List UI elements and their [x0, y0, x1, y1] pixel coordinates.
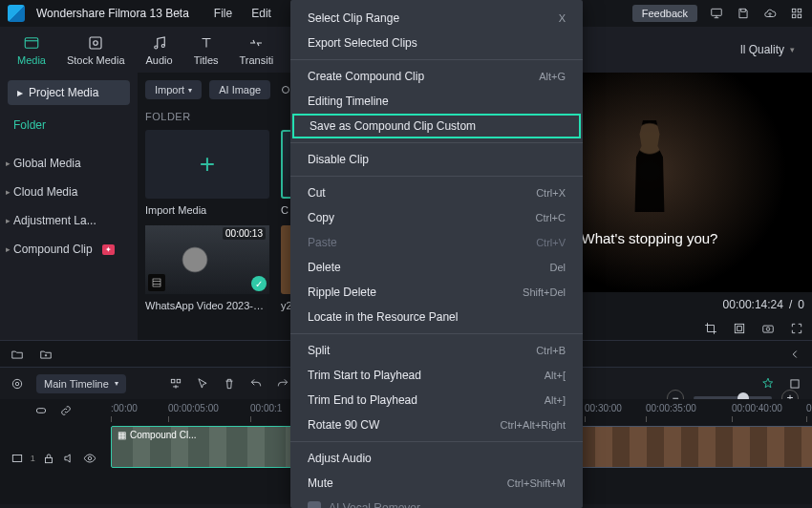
sidebar-item-compound[interactable]: ▸Compound Clip✦	[0, 235, 138, 264]
timeline-clip-compound[interactable]: ▦ Compound Cl...	[111, 426, 302, 468]
sidebar-item-adjustment[interactable]: ▸Adjustment La...	[0, 206, 138, 235]
svg-rect-3	[792, 14, 796, 18]
cursor-icon[interactable]	[195, 376, 210, 392]
fullscreen-icon[interactable]	[789, 321, 804, 336]
sidebar-item-global[interactable]: ▸Global Media	[0, 149, 138, 178]
target-icon[interactable]	[10, 376, 25, 392]
lock-icon[interactable]	[41, 451, 56, 466]
mute-track-icon[interactable]	[62, 451, 77, 466]
svg-rect-15	[763, 326, 774, 332]
monitor-icon[interactable]	[709, 6, 724, 21]
titles-icon	[197, 33, 216, 53]
svg-rect-14	[737, 327, 742, 331]
ctx-cut[interactable]: CutCtrl+X	[290, 180, 583, 205]
ctx-delete[interactable]: DeleteDel	[290, 255, 583, 280]
crop-icon[interactable]	[703, 321, 718, 336]
svg-rect-5	[25, 38, 38, 49]
add-track-icon[interactable]	[168, 376, 183, 392]
ctx-split[interactable]: SplitCtrl+B	[290, 338, 583, 363]
ctx-editing-timeline[interactable]: Editing Timeline	[290, 89, 583, 114]
context-menu: Select Clip RangeXExport Selected ClipsC…	[290, 0, 583, 508]
svg-rect-13	[735, 324, 743, 332]
eye-icon[interactable]	[82, 451, 97, 466]
menu-file[interactable]: File	[214, 7, 232, 20]
tab-titles[interactable]: Titles	[194, 33, 219, 66]
chain-icon[interactable]	[58, 403, 74, 418]
svg-rect-6	[90, 37, 101, 49]
svg-rect-0	[712, 9, 722, 15]
check-icon: ✓	[251, 276, 267, 291]
svg-rect-2	[798, 9, 801, 12]
svg-rect-24	[45, 457, 52, 462]
ctx-trim-end-to-playhead[interactable]: Trim End to PlayheadAlt+]	[290, 388, 583, 413]
ctx-ripple-delete[interactable]: Ripple DeleteShift+Del	[290, 280, 583, 305]
tab-transitions[interactable]: Transiti	[240, 33, 274, 66]
folder-heading: Folder	[0, 113, 138, 138]
ctx-rotate-90-cw[interactable]: Rotate 90 CWCtrl+Alt+Right	[290, 413, 583, 437]
svg-rect-19	[171, 379, 175, 383]
undo-icon[interactable]	[248, 376, 264, 392]
svg-rect-22	[36, 409, 45, 413]
stock-icon	[86, 33, 105, 53]
svg-point-10	[283, 87, 289, 94]
ai-image-button[interactable]: AI Image	[209, 80, 270, 99]
new-badge: ✦	[102, 244, 115, 255]
tab-media[interactable]: Media	[17, 33, 46, 66]
import-dropdown[interactable]: Import▾	[145, 80, 202, 99]
ctx-copy[interactable]: CopyCtrl+C	[290, 205, 583, 230]
project-media-button[interactable]: ▸ Project Media	[8, 80, 130, 105]
safe-zone-icon[interactable]	[732, 321, 747, 336]
ctx-mute[interactable]: MuteCtrl+Shift+M	[290, 471, 583, 496]
svg-point-17	[12, 379, 21, 388]
audio-icon	[150, 33, 169, 53]
film-icon	[148, 274, 165, 291]
quality-dropdown[interactable]: ll Quality ▾	[740, 43, 795, 56]
sidebar-item-cloud[interactable]: ▸Cloud Media	[0, 178, 138, 206]
save-icon[interactable]	[736, 6, 751, 21]
feedback-button[interactable]: Feedback	[632, 5, 697, 22]
collapse-icon[interactable]	[787, 347, 802, 362]
folder-icon: ▸	[17, 86, 23, 99]
ctx-save-as-compound-clip-custom[interactable]: Save as Compound Clip Custom	[292, 114, 581, 138]
transitions-icon	[246, 33, 266, 53]
menu-edit[interactable]: Edit	[251, 7, 271, 20]
svg-point-25	[88, 456, 92, 460]
svg-rect-23	[12, 455, 21, 462]
ctx-adjust-audio[interactable]: Adjust Audio	[290, 446, 583, 471]
thumb-import[interactable]: + Import Media	[145, 130, 269, 216]
folder-open-icon[interactable]	[10, 347, 25, 362]
chevron-down-icon: ▾	[790, 45, 795, 54]
ctx-disable-clip[interactable]: Disable Clip	[290, 147, 583, 172]
ctx-locate-in-the-resource-panel[interactable]: Locate in the Resource Panel	[290, 305, 583, 329]
video-track-icon[interactable]	[10, 451, 25, 466]
ctx-paste: PasteCtrl+V	[290, 230, 583, 255]
new-folder-icon[interactable]	[38, 347, 53, 362]
ctx-ai-vocal-remover[interactable]: AI Vocal Remover	[290, 496, 583, 508]
svg-point-9	[161, 45, 164, 48]
ctx-select-clip-range[interactable]: Select Clip RangeX	[290, 6, 583, 31]
ctx-export-selected-clips[interactable]: Export Selected Clips	[290, 31, 583, 55]
grid-icon[interactable]	[789, 6, 804, 21]
svg-point-16	[766, 328, 770, 331]
ctx-trim-start-to-playhead[interactable]: Trim Start to PlayheadAlt+[	[290, 363, 583, 388]
svg-point-18	[15, 382, 19, 386]
thumb-video-1[interactable]: 00:00:13 ✓ WhatsApp Video 2023-10-05...	[145, 225, 269, 311]
svg-point-8	[154, 46, 157, 49]
snapshot-icon[interactable]	[760, 321, 776, 336]
trash-icon[interactable]	[222, 376, 237, 392]
tab-audio[interactable]: Audio	[146, 33, 173, 66]
svg-point-7	[94, 41, 98, 46]
app-logo	[8, 5, 25, 22]
media-icon	[22, 33, 41, 53]
cloud-upload-icon[interactable]	[762, 6, 778, 21]
ctx-create-compound-clip[interactable]: Create Compound ClipAlt+G	[290, 64, 583, 89]
preview-frame	[616, 120, 683, 212]
link-icon[interactable]	[33, 403, 49, 418]
preview-overlay-text: What's stopping you?	[582, 230, 718, 246]
main-timeline-dropdown[interactable]: Main Timeline▾	[36, 374, 126, 393]
plus-icon: +	[200, 149, 215, 180]
tab-stock-media[interactable]: Stock Media	[67, 33, 125, 66]
redo-icon[interactable]	[275, 376, 290, 392]
svg-rect-1	[792, 9, 796, 12]
svg-rect-4	[798, 14, 801, 18]
